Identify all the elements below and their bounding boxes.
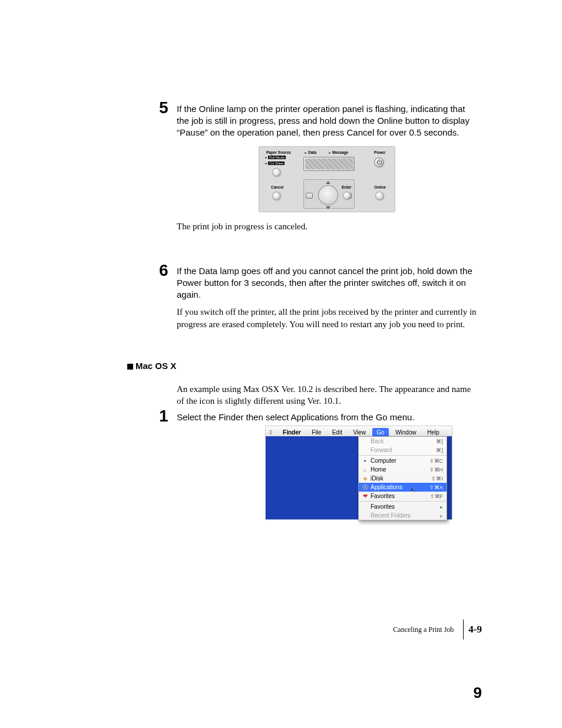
step-number-6: 6	[159, 261, 168, 280]
footer-page-number: 4-9	[468, 624, 482, 635]
applications-icon: Ⓐ	[362, 483, 368, 492]
favorites-icon: ❤	[362, 493, 368, 499]
step-1: Select the Finder then select Applicatio…	[177, 411, 477, 423]
shortcut-applications: ⇧⌘A	[429, 485, 443, 490]
step-6: If the Data lamp goes off and you cannot…	[177, 265, 477, 330]
led-message	[329, 152, 330, 154]
mac-menubar:  Finder File Edit View Go Window Help	[266, 426, 452, 437]
dpad-up-icon	[326, 181, 330, 184]
step-number-5: 5	[159, 98, 168, 117]
step-6-result: If you switch off the printer, all the p…	[177, 306, 477, 330]
idisk-icon: ◈	[362, 475, 368, 482]
dpad-down-icon	[326, 206, 330, 209]
led-cut-sheet	[265, 163, 267, 164]
paper-source-button[interactable]	[272, 168, 280, 176]
menu-item-applications[interactable]: ⒶApplications ⇧⌘A	[359, 483, 447, 492]
label-enter: Enter	[342, 185, 352, 189]
menu-item-computer[interactable]: ▪Computer ⇧⌘C	[359, 456, 447, 465]
tag-cut-sheet: Cut Sheet	[268, 162, 285, 165]
online-button[interactable]	[375, 192, 384, 200]
shortcut-idisk: ⇧⌘I	[431, 476, 443, 482]
home-icon: ⌂	[362, 466, 368, 473]
menu-item-favorites-sub[interactable]: Favorites ▸	[359, 502, 447, 511]
menu-item-favorites[interactable]: ❤Favorites ⇧⌘F	[359, 492, 447, 500]
step-6-text: If the Data lamp goes off and you cannot…	[177, 265, 477, 300]
step-number-1: 1	[159, 407, 168, 426]
bullet-square-icon	[127, 364, 133, 370]
label-online: Online	[374, 185, 386, 189]
footer-divider	[463, 620, 464, 640]
shortcut-back: ⌘[	[436, 439, 443, 444]
menu-item-back: Back ⌘[	[359, 437, 447, 446]
label-power: Power	[374, 150, 386, 154]
mac-go-menu-figure:  Finder File Edit View Go Window Help B…	[265, 426, 452, 520]
shortcut-computer: ⇧⌘C	[429, 458, 444, 464]
led-data	[305, 152, 306, 154]
submenu-arrow-icon: ▸	[440, 504, 443, 510]
go-dropdown-menu: Back ⌘[ Forward ⌘] ▪Computer ⇧⌘C ⌂Home ⇧…	[358, 436, 447, 521]
page: 5 If the Online lamp on the printer oper…	[0, 0, 562, 728]
menu-separator-2	[359, 501, 447, 502]
macosx-intro: An example using Max OSX Ver. 10.2 is de…	[177, 383, 477, 407]
power-button[interactable]: ⏻	[374, 157, 384, 167]
section-heading-text: Mac OS X	[135, 361, 176, 371]
printer-panel-figure: Paper Source Roll Media Cut Sheet Cancel…	[259, 146, 395, 212]
menu-separator	[359, 455, 447, 456]
footer-title: Canceling a Print Job	[393, 625, 458, 634]
dpad-left[interactable]	[306, 193, 313, 199]
submenu-arrow-icon-2: ▸	[440, 513, 443, 519]
step-5-text: If the Online lamp on the printer operat…	[177, 103, 477, 138]
menu-item-home[interactable]: ⌂Home ⇧⌘H	[359, 465, 447, 474]
menu-item-recent-folders: Recent Folders ▸	[359, 511, 447, 520]
tag-roll-media: Roll Media	[268, 156, 286, 159]
shortcut-home: ⇧⌘H	[429, 467, 444, 473]
menu-item-idisk[interactable]: ◈iDisk ⇧⌘I	[359, 474, 447, 483]
shortcut-favorites: ⇧⌘F	[430, 493, 444, 499]
computer-icon: ▪	[362, 457, 368, 464]
cancel-button[interactable]	[272, 192, 280, 200]
lcd-screen	[303, 157, 355, 171]
section-heading-macosx: Mac OS X	[127, 361, 176, 371]
menu-item-forward: Forward ⌘]	[359, 446, 447, 454]
page-footer: Canceling a Print Job 4-9	[393, 620, 482, 640]
step-1-text: Select the Finder then select Applicatio…	[177, 411, 477, 423]
led-roll-media	[265, 157, 267, 159]
big-page-number: 9	[474, 684, 482, 702]
shortcut-forward: ⌘]	[436, 447, 443, 453]
label-message: Message	[332, 150, 348, 154]
label-cancel: Cancel	[271, 185, 283, 189]
step-5: If the Online lamp on the printer operat…	[177, 103, 477, 233]
label-paper-source: Paper Source	[266, 150, 291, 154]
step-5-result: The print job in progress is canceled.	[177, 220, 477, 232]
label-data: Data	[308, 150, 316, 154]
